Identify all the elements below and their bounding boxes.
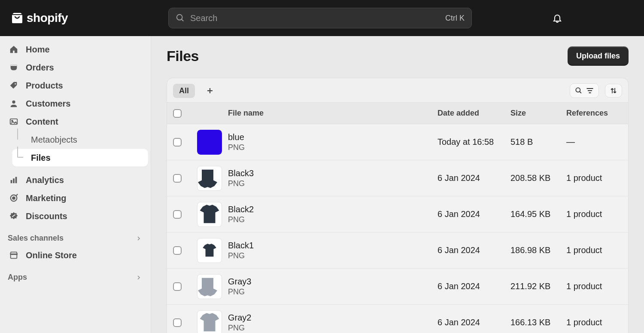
file-references: — xyxy=(566,137,622,147)
file-thumbnail[interactable] xyxy=(197,130,222,155)
chevron-right-icon xyxy=(136,236,141,241)
sidebar-item-customers[interactable]: Customers xyxy=(5,95,146,113)
tab-all[interactable]: All xyxy=(173,84,195,98)
row-checkbox[interactable] xyxy=(173,246,182,255)
col-references[interactable]: References xyxy=(566,109,622,118)
sidebar-item-marketing[interactable]: Marketing xyxy=(5,189,146,207)
col-date-added[interactable]: Date added xyxy=(437,109,510,118)
sidebar-item-content[interactable]: Content xyxy=(5,113,146,131)
file-thumbnail[interactable] xyxy=(197,166,222,191)
svg-line-14 xyxy=(580,92,581,93)
person-icon xyxy=(9,98,19,109)
file-type: PNG xyxy=(228,251,437,260)
sidebar-item-online-store[interactable]: Online Store xyxy=(5,246,146,264)
col-file-name[interactable]: File name xyxy=(225,109,437,118)
content-icon xyxy=(9,116,19,127)
store-icon xyxy=(9,250,19,260)
file-thumbnail[interactable] xyxy=(197,274,222,299)
sidebar-item-label: Analytics xyxy=(26,175,64,185)
table-row[interactable]: Black3 PNG 6 Jan 2024 208.58 KB 1 produc… xyxy=(167,160,628,196)
topbar: shopify Search Ctrl K xyxy=(0,0,644,36)
table-row[interactable]: Black1 PNG 6 Jan 2024 186.98 KB 1 produc… xyxy=(167,232,628,269)
svg-rect-8 xyxy=(13,178,15,183)
file-date: 6 Jan 2024 xyxy=(437,281,510,291)
file-size: 208.58 KB xyxy=(510,173,566,183)
file-thumbnail[interactable] xyxy=(197,238,222,263)
orders-icon xyxy=(9,62,19,73)
sort-icon xyxy=(610,87,617,95)
tag-icon xyxy=(9,80,19,91)
sidebar-item-label: Content xyxy=(26,117,58,127)
file-references: 1 product xyxy=(566,173,622,183)
select-all-checkbox[interactable] xyxy=(173,109,182,118)
file-type: PNG xyxy=(228,179,437,188)
file-references: 1 product xyxy=(566,209,622,219)
brand-logo: shopify xyxy=(10,10,68,26)
file-name: Black1 xyxy=(228,241,437,251)
file-name: blue xyxy=(228,132,437,142)
col-size[interactable]: Size xyxy=(510,109,566,118)
file-date: 6 Jan 2024 xyxy=(437,245,510,255)
sidebar-item-label: Home xyxy=(26,45,50,55)
svg-point-4 xyxy=(12,101,15,104)
search-icon xyxy=(176,13,185,23)
sidebar-item-discounts[interactable]: Discounts xyxy=(5,207,146,225)
svg-line-1 xyxy=(182,19,184,21)
search-filter-button[interactable] xyxy=(570,83,599,98)
table-row[interactable]: Gray2 PNG 6 Jan 2024 166.13 KB 1 product xyxy=(167,305,628,333)
file-thumbnail[interactable] xyxy=(197,310,222,333)
add-view-button[interactable] xyxy=(203,84,217,97)
table-row[interactable]: blue PNG Today at 16:58 518 B — xyxy=(167,124,628,160)
sidebar-item-label: Customers xyxy=(26,99,70,109)
file-name: Black2 xyxy=(228,205,437,214)
row-checkbox[interactable] xyxy=(173,282,182,291)
sidebar-section-apps[interactable]: Apps xyxy=(8,273,146,282)
home-icon xyxy=(9,44,19,55)
analytics-icon xyxy=(9,175,19,185)
svg-point-11 xyxy=(12,197,15,199)
sidebar-item-products[interactable]: Products xyxy=(5,76,146,95)
svg-point-3 xyxy=(15,83,16,85)
sidebar-subitem-files[interactable]: Files xyxy=(12,149,148,167)
upload-files-button[interactable]: Upload files xyxy=(568,46,629,66)
search-input[interactable]: Search Ctrl K xyxy=(168,8,472,28)
filter-icon xyxy=(586,86,594,95)
files-card: All File name xyxy=(167,78,629,333)
sidebar-section-sales-channels[interactable]: Sales channels xyxy=(8,234,146,243)
notifications-button[interactable] xyxy=(552,13,562,23)
sidebar-item-orders[interactable]: Orders xyxy=(5,58,146,76)
bag-icon xyxy=(10,10,24,26)
file-size: 164.95 KB xyxy=(510,209,566,219)
row-checkbox[interactable] xyxy=(173,174,182,183)
row-checkbox[interactable] xyxy=(173,210,182,219)
file-name: Gray2 xyxy=(228,313,437,323)
sidebar-item-label: Discounts xyxy=(26,211,67,221)
sidebar-item-home[interactable]: Home xyxy=(5,40,146,58)
file-date: 6 Jan 2024 xyxy=(437,318,510,327)
file-name: Gray3 xyxy=(228,277,437,287)
sidebar-item-label: Online Store xyxy=(26,251,77,260)
sidebar-item-analytics[interactable]: Analytics xyxy=(5,171,146,189)
file-date: 6 Jan 2024 xyxy=(437,209,510,219)
row-checkbox[interactable] xyxy=(173,138,182,147)
page-title: Files xyxy=(167,48,199,64)
sort-button[interactable] xyxy=(605,84,622,98)
table-header: File name Date added Size References xyxy=(167,103,628,124)
table-row[interactable]: Black2 PNG 6 Jan 2024 164.95 KB 1 produc… xyxy=(167,196,628,232)
file-type: PNG xyxy=(228,324,437,333)
table-row[interactable]: Gray3 PNG 6 Jan 2024 211.92 KB 1 product xyxy=(167,269,628,305)
search-placeholder: Search xyxy=(190,13,440,23)
section-label: Apps xyxy=(8,273,27,282)
sidebar-subitem-metaobjects[interactable]: Metaobjects xyxy=(14,131,146,149)
svg-rect-9 xyxy=(15,177,17,183)
discount-icon xyxy=(9,211,19,221)
file-type: PNG xyxy=(228,215,437,224)
sidebar: Home Orders Products Customers Content M… xyxy=(0,36,151,333)
row-checkbox[interactable] xyxy=(173,318,182,327)
svg-rect-2 xyxy=(11,65,17,66)
file-references: 1 product xyxy=(566,281,622,291)
file-thumbnail[interactable] xyxy=(197,202,222,227)
file-references: 1 product xyxy=(566,318,622,327)
file-size: 186.98 KB xyxy=(510,245,566,255)
card-toolbar: All xyxy=(167,78,628,103)
